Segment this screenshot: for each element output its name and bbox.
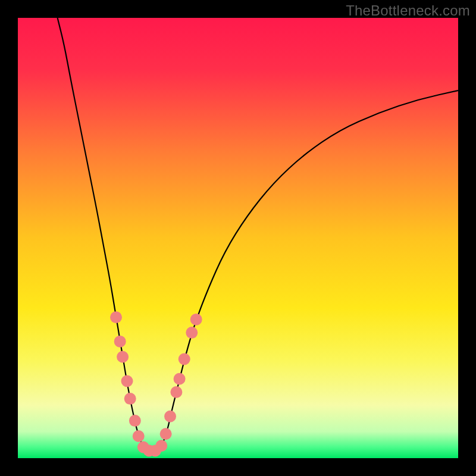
plot-area — [18, 18, 458, 458]
marker-dot — [186, 327, 198, 339]
marker-dot — [178, 353, 190, 365]
marker-dot — [133, 430, 145, 442]
gradient-background — [18, 18, 458, 458]
marker-dot — [170, 386, 182, 398]
plot-svg — [18, 18, 458, 458]
marker-dot — [155, 440, 167, 452]
marker-dot — [124, 393, 136, 405]
marker-dot — [164, 411, 176, 422]
marker-dot — [117, 351, 129, 363]
marker-dot — [129, 415, 141, 427]
watermark-text: TheBottleneck.com — [346, 2, 470, 19]
marker-dot — [121, 375, 133, 387]
chart-root: TheBottleneck.com — [0, 0, 476, 476]
marker-dot — [174, 373, 186, 385]
marker-dot — [160, 428, 172, 440]
marker-dot — [110, 311, 122, 323]
marker-dot — [114, 336, 126, 347]
marker-dot — [190, 314, 202, 325]
